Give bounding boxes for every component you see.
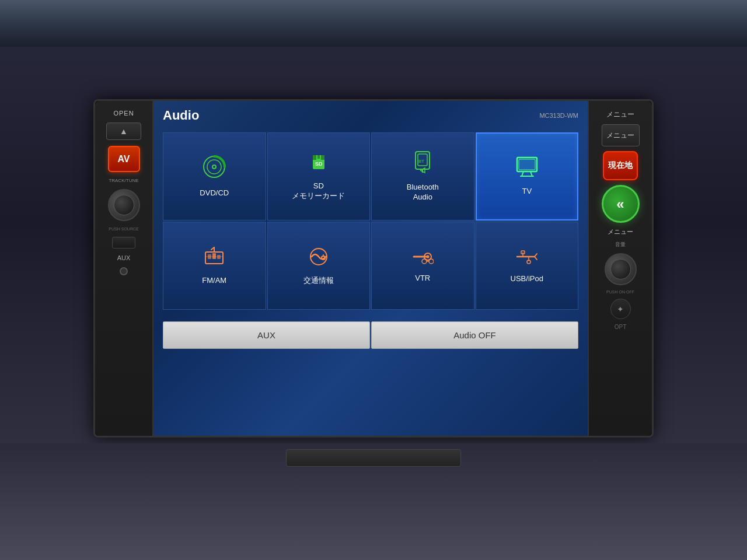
track-tune-label: TRACK/TUNE [109,178,138,183]
back-button[interactable]: « [602,185,640,223]
bluetooth-audio-label: BluetoothAudio [407,183,439,202]
location-button[interactable]: 現在地 [603,151,638,180]
opt-label: OPT [615,324,627,330]
dvd-icon [203,155,226,184]
screen-title: Audio [163,108,199,123]
model-number: MC313D-WM [539,112,578,119]
fm-am-label: FM/AM [202,276,226,286]
svg-rect-14 [519,159,535,170]
menu-top-button[interactable]: メニュー [602,124,640,146]
volume-knob[interactable] [605,253,637,285]
push-on-off-label: PUSH ON·OFF [606,290,634,294]
open-label: OPEN [113,110,134,117]
svg-rect-22 [217,255,221,259]
svg-text:SD: SD [315,161,323,167]
svg-line-36 [535,257,537,260]
audio-grid: DVD/CD SD SDメモリーカード [153,128,588,314]
tv-icon [515,156,539,182]
push-source-label: PUSH SOURCE [109,227,138,231]
audio-off-button[interactable]: Audio OFF [371,321,578,349]
head-unit: OPEN ▲ AV TRACK/TUNE PUSH SOURCE AUX Aud… [93,99,654,438]
sd-card-label: SDメモリーカード [292,181,345,201]
car-panel: OPEN ▲ AV TRACK/TUNE PUSH SOURCE AUX Aud… [0,0,747,560]
sd-card-button[interactable]: SD SDメモリーカード [267,132,371,220]
svg-rect-5 [313,155,316,160]
aux-button[interactable]: AUX [163,321,370,349]
top-decorative-area [0,0,747,47]
dvd-cd-button[interactable]: DVD/CD [163,132,266,220]
menu-top-label: メニュー [606,110,634,120]
aux-left-label: AUX [117,254,131,261]
fm-am-icon [203,246,225,271]
vtr-button[interactable]: VTR [371,222,474,310]
star-icon: ✦ [617,304,624,314]
volume-label: 音量 [615,241,626,249]
back-icon: « [616,196,624,212]
bottom-buttons: AUX Audio OFF [153,317,588,354]
svg-rect-20 [208,254,211,259]
svg-rect-6 [317,155,320,159]
bottom-area [0,443,747,560]
eject-button[interactable]: ▲ [106,123,141,140]
svg-rect-21 [212,253,216,259]
bluetooth-audio-button[interactable]: BT BluetoothAudio [371,132,474,220]
usb-ipod-label: USB/iPod [511,274,543,284]
left-controls: OPEN ▲ AV TRACK/TUNE PUSH SOURCE AUX [95,101,153,436]
sd-icon: SD [308,152,329,177]
menu-bottom-label: メニュー [608,228,633,236]
svg-point-32 [429,259,434,264]
volume-knob-inner [610,259,631,279]
screen-header: Audio MC313D-WM [153,101,588,128]
bluetooth-icon: BT [412,150,433,178]
fm-am-button[interactable]: FM/AM [163,222,266,310]
dvd-cd-label: DVD/CD [200,188,229,198]
vtr-icon [411,249,434,269]
vent-strip [286,449,461,467]
svg-point-26 [322,256,325,260]
star-button[interactable]: ✦ [610,299,631,319]
svg-point-30 [427,255,430,258]
usb-icon [515,248,539,270]
screen: Audio MC313D-WM DVD/CD [153,101,588,436]
svg-rect-7 [321,155,324,160]
usb-ipod-button[interactable]: USB/iPod [476,222,579,310]
tv-button[interactable]: TV [476,132,579,220]
svg-point-3 [213,166,215,168]
av-button[interactable]: AV [108,146,140,172]
right-controls: メニュー メニュー 現在地 « メニュー 音量 PUSH ON·OFF ✦ OP… [588,101,652,436]
small-button[interactable] [112,237,135,249]
knob-inner [114,195,134,215]
tv-label: TV [522,187,532,197]
aux-port[interactable] [120,267,128,275]
traffic-button[interactable]: 交通情報 [267,222,371,310]
traffic-icon [308,246,329,271]
traffic-label: 交通情報 [303,276,334,286]
track-tune-knob[interactable] [108,189,140,221]
vtr-label: VTR [415,274,430,284]
svg-text:BT: BT [418,159,424,164]
svg-point-31 [422,259,427,264]
